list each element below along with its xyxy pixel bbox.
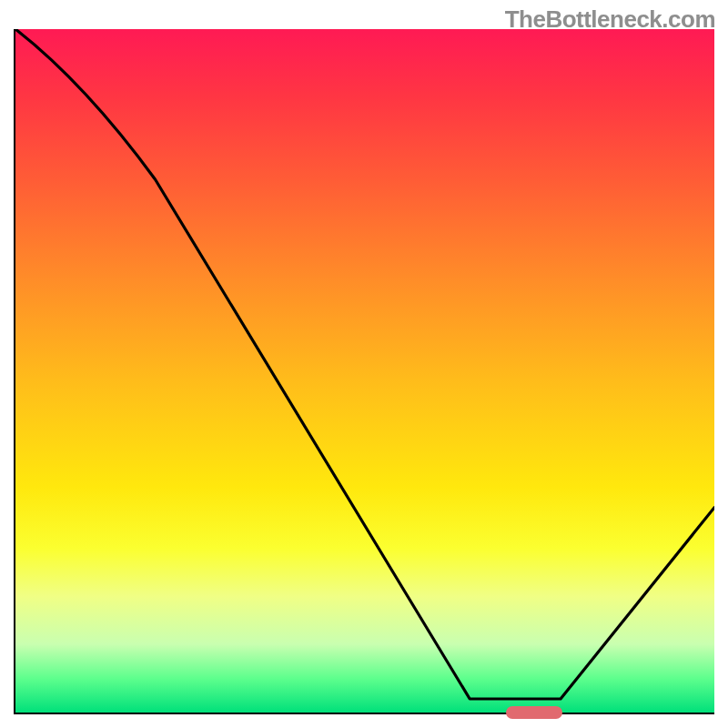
chart-stage: TheBottleneck.com (0, 0, 728, 728)
curve-path (15, 29, 714, 699)
bottleneck-curve (15, 29, 714, 713)
plot-area (14, 29, 714, 714)
optimal-marker (506, 706, 562, 719)
